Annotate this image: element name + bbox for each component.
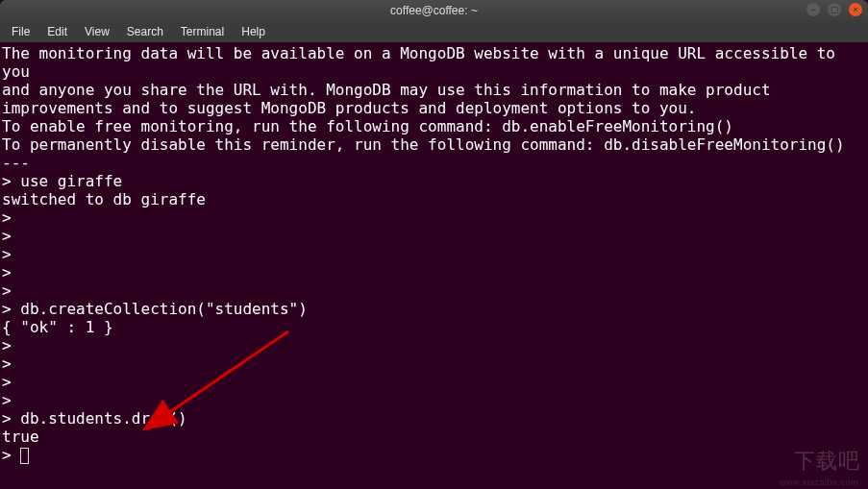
terminal-line: { "ok" : 1 } xyxy=(2,318,864,336)
close-button[interactable]: × xyxy=(849,3,862,16)
terminal-line: > db.createCollection("students") xyxy=(2,300,864,318)
terminal-line: > use giraffe xyxy=(2,172,864,190)
terminal-line: improvements and to suggest MongoDB prod… xyxy=(2,99,864,117)
watermark-url: www.xiazaiba.com xyxy=(780,477,858,487)
terminal-line: --- xyxy=(2,154,864,172)
terminal-current-line[interactable]: > xyxy=(2,446,864,464)
terminal-line: To enable free monitoring, run the follo… xyxy=(2,117,864,135)
terminal-line: > xyxy=(2,263,864,281)
menu-view[interactable]: View xyxy=(77,23,117,40)
terminal-line: > xyxy=(2,281,864,300)
menu-search[interactable]: Search xyxy=(119,23,171,40)
terminal-line: > xyxy=(2,355,864,373)
terminal-line: > xyxy=(2,336,864,355)
terminal-line: The monitoring data will be available on… xyxy=(2,44,864,81)
terminal-line: switched to db giraffe xyxy=(2,190,864,208)
maximize-button[interactable]: ▢ xyxy=(828,3,841,16)
cursor-icon xyxy=(20,448,29,464)
window-titlebar: coffee@coffee: ~ – ▢ × xyxy=(0,0,868,21)
minimize-button[interactable]: – xyxy=(806,3,820,16)
menu-file[interactable]: File xyxy=(4,23,37,40)
menu-edit[interactable]: Edit xyxy=(39,23,75,40)
terminal-line: and anyone you share the URL with. Mongo… xyxy=(2,81,864,99)
terminal-output[interactable]: The monitoring data will be available on… xyxy=(0,42,868,468)
menu-terminal[interactable]: Terminal xyxy=(173,23,232,40)
terminal-line: > db.students.drop() xyxy=(2,409,864,428)
terminal-line: > xyxy=(2,373,864,391)
menu-help[interactable]: Help xyxy=(234,23,273,40)
terminal-line: > xyxy=(2,208,864,227)
terminal-line: > xyxy=(2,391,864,409)
window-controls: – ▢ × xyxy=(806,3,862,16)
terminal-line: true xyxy=(2,428,864,446)
terminal-line: > xyxy=(2,245,864,263)
window-title: coffee@coffee: ~ xyxy=(390,4,478,17)
terminal-line: To permanently disable this reminder, ru… xyxy=(2,135,864,154)
menu-bar: File Edit View Search Terminal Help xyxy=(0,21,868,42)
terminal-line: > xyxy=(2,227,864,245)
